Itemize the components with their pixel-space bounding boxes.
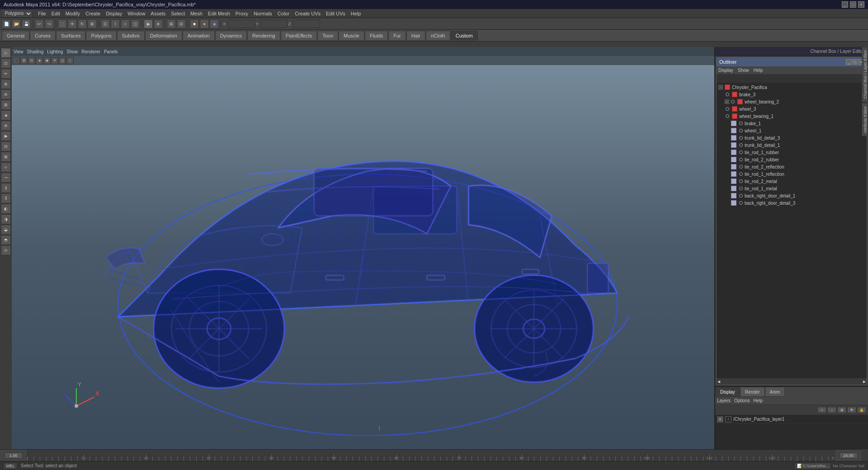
custom1-icon-btn[interactable]: ◐ bbox=[1, 204, 11, 214]
expand-icon[interactable]: − bbox=[718, 85, 723, 89]
layer-vis-toggle[interactable]: V bbox=[717, 416, 723, 423]
tab-deformation[interactable]: Deformation bbox=[145, 31, 182, 41]
layers-menu[interactable]: Layers bbox=[717, 398, 731, 403]
menu-color[interactable]: Color bbox=[278, 11, 289, 16]
tree-item-tie2ref[interactable]: tie_rod_2_reflection bbox=[717, 163, 867, 170]
tree-item-brd3[interactable]: back_right_door_detail_3 bbox=[717, 199, 867, 207]
tree-item-wb1[interactable]: wheel_bearing_1 bbox=[717, 113, 867, 120]
menu-window[interactable]: Window bbox=[127, 11, 145, 16]
tab-hair[interactable]: Hair bbox=[406, 31, 425, 41]
snap-curve-button[interactable]: ⌇ bbox=[111, 19, 120, 28]
renderer-menu[interactable]: Renderer bbox=[81, 49, 100, 54]
tab-ncloth[interactable]: nCloth bbox=[426, 31, 450, 41]
menu-select[interactable]: Select bbox=[171, 11, 185, 16]
lighting-menu[interactable]: Lighting bbox=[47, 49, 63, 54]
menu-modify[interactable]: Modify bbox=[66, 11, 80, 16]
scale-tool-button[interactable]: ⊞ bbox=[88, 19, 97, 28]
options-menu[interactable]: Options bbox=[734, 398, 750, 403]
titlebar-controls[interactable]: _ □ × bbox=[842, 1, 864, 8]
del-layer-btn[interactable]: − bbox=[827, 407, 836, 413]
snap-grid-button[interactable]: ⊡ bbox=[101, 19, 110, 28]
minimize-button[interactable]: _ bbox=[842, 1, 848, 8]
light-view-btn[interactable]: ☀ bbox=[51, 57, 58, 64]
custom3-icon-btn[interactable]: ◒ bbox=[1, 225, 11, 235]
redo-button[interactable]: ↪ bbox=[45, 19, 54, 28]
close-button[interactable]: × bbox=[858, 1, 864, 8]
tree-item-trunk3[interactable]: trunk_lid_detail_3 bbox=[717, 134, 867, 141]
undo-button[interactable]: ↩ bbox=[35, 19, 44, 28]
y-field[interactable] bbox=[260, 20, 288, 28]
layer-vis-btn[interactable]: 👁 bbox=[847, 407, 856, 413]
tab-surfaces[interactable]: Surfaces bbox=[56, 31, 85, 41]
skin-icon-btn[interactable]: ⊞ bbox=[1, 100, 11, 110]
layer-tab-render[interactable]: Render bbox=[740, 387, 765, 397]
x-field[interactable] bbox=[228, 20, 255, 28]
menu-mesh[interactable]: Mesh bbox=[190, 11, 203, 16]
tree-item-wheel1[interactable]: wheel_1 bbox=[717, 127, 867, 134]
ipr-button[interactable]: ⊛ bbox=[154, 19, 163, 28]
layer-tab-anim[interactable]: Anim bbox=[765, 387, 785, 397]
tab-animation[interactable]: Animation bbox=[183, 31, 215, 41]
open-file-button[interactable]: 📂 bbox=[12, 19, 21, 28]
script-editor-btn[interactable]: 📝 C:\Users\the... bbox=[795, 463, 831, 469]
sculpt-icon-btn[interactable]: ⊕ bbox=[1, 79, 11, 89]
attribute-editor-tab[interactable]: Attribute Editor bbox=[862, 103, 868, 136]
layer-row-0[interactable]: V / /Chrysler_Pacifica_layer1 bbox=[715, 415, 868, 424]
lasso-icon-btn[interactable]: ⊡ bbox=[1, 58, 11, 68]
tab-painteffects[interactable]: PaintEffects bbox=[281, 31, 317, 41]
deform-icon-btn[interactable]: ◈ bbox=[1, 110, 11, 120]
outliner-menu-show[interactable]: Show bbox=[738, 68, 749, 73]
custom4-icon-btn[interactable]: ◓ bbox=[1, 235, 11, 245]
outliner-minimize[interactable]: _ bbox=[846, 59, 851, 65]
menu-create[interactable]: Create bbox=[85, 11, 100, 16]
outliner-menu-help[interactable]: Help bbox=[754, 68, 763, 73]
utility-icon-btn[interactable]: ⊻ bbox=[1, 183, 11, 193]
texture-view-btn[interactable]: ◉ bbox=[43, 57, 51, 64]
smooth-shade-btn[interactable]: ◈ bbox=[36, 57, 43, 64]
tab-rendering[interactable]: Rendering bbox=[247, 31, 280, 41]
custom2-icon-btn[interactable]: ◑ bbox=[1, 214, 11, 224]
misc-icon-btn[interactable]: ⊼ bbox=[1, 193, 11, 203]
layer-help-menu[interactable]: Help bbox=[753, 398, 763, 403]
wireframe-view-btn[interactable]: ⊡ bbox=[28, 57, 35, 64]
shading-menu[interactable]: Shading bbox=[27, 49, 44, 54]
show-all-button[interactable]: ⊞ bbox=[167, 19, 176, 28]
texture-button[interactable]: ◈ bbox=[210, 19, 219, 28]
timeline-start-frame[interactable] bbox=[0, 450, 27, 461]
channel-box-tab[interactable]: Channel Box / Layer Editor bbox=[862, 47, 868, 102]
tab-toon[interactable]: Toon bbox=[317, 31, 338, 41]
menu-help[interactable]: Help bbox=[351, 11, 361, 16]
outliner-menu-display[interactable]: Display bbox=[718, 68, 733, 73]
tree-item-tie1ref[interactable]: tie_rod_1_reflection bbox=[717, 170, 867, 178]
maximize-button[interactable]: □ bbox=[850, 1, 856, 8]
layer-tab-display[interactable]: Display bbox=[715, 387, 740, 397]
menu-assets[interactable]: Assets bbox=[151, 11, 165, 16]
end-frame-input[interactable] bbox=[840, 452, 858, 459]
show-menu[interactable]: Show bbox=[66, 49, 78, 54]
tree-item-tie1r[interactable]: tie_rod_1_rubber bbox=[717, 149, 867, 156]
tab-polygons[interactable]: Polygons bbox=[86, 31, 116, 41]
constraint-icon-btn[interactable]: ⊠ bbox=[1, 152, 11, 162]
custom5-icon-btn[interactable]: ⊙ bbox=[1, 245, 11, 255]
tree-item-tie2r[interactable]: tie_rod_2_rubber bbox=[717, 156, 867, 163]
expand-2[interactable]: + bbox=[725, 99, 729, 104]
cloth-icon-btn[interactable]: ≋ bbox=[1, 89, 11, 99]
panels-menu[interactable]: Panels bbox=[104, 49, 118, 54]
animation-icon-btn[interactable]: ⊟ bbox=[1, 141, 11, 151]
selection-btn[interactable]: ⊹ bbox=[66, 57, 74, 64]
tab-fur[interactable]: Fur bbox=[388, 31, 406, 41]
dynamics-icon-btn[interactable]: ⊛ bbox=[1, 121, 11, 131]
tree-item-wheel3[interactable]: wheel_3 bbox=[717, 105, 867, 113]
menu-edit-mesh[interactable]: Edit Mesh bbox=[208, 11, 230, 16]
timeline-end-frame[interactable] bbox=[835, 450, 862, 461]
rotate-tool-button[interactable]: ↻ bbox=[78, 19, 87, 28]
render-button[interactable]: ▶ bbox=[144, 19, 153, 28]
snap-surface-button[interactable]: ◫ bbox=[131, 19, 140, 28]
mode-dropdown[interactable]: Polygons bbox=[2, 9, 33, 18]
tree-item-trunk1[interactable]: trunk_lid_detail_1 bbox=[717, 141, 867, 149]
tab-custom[interactable]: Custom bbox=[451, 31, 478, 41]
z-field[interactable] bbox=[293, 20, 320, 28]
camera-btn[interactable]: 🎥 bbox=[13, 57, 20, 64]
tab-muscle[interactable]: Muscle bbox=[339, 31, 364, 41]
tree-item-brd1[interactable]: back_right_door_detail_1 bbox=[717, 192, 867, 199]
